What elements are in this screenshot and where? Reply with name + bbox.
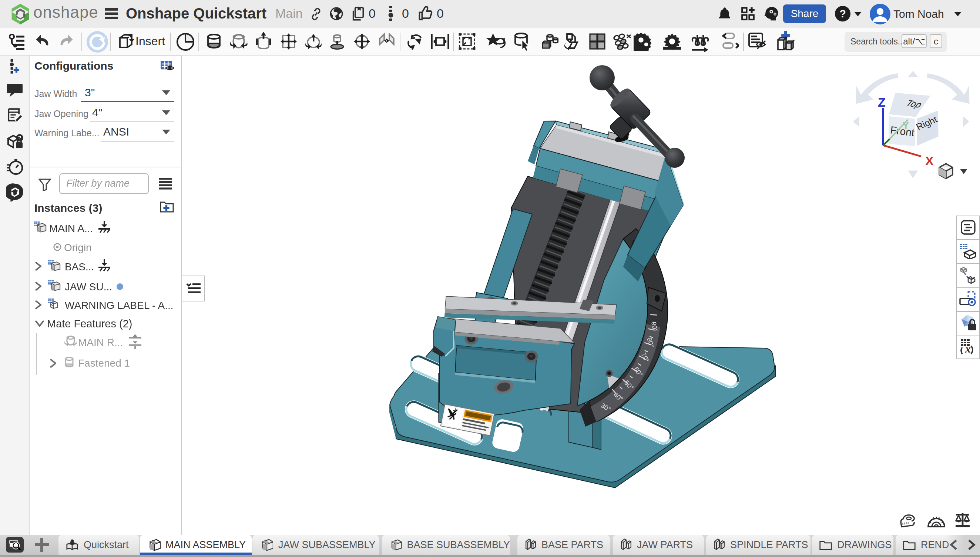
svg-text:Y: Y — [902, 120, 909, 131]
svg-text:x: x — [965, 342, 971, 355]
svg-text:Z: Z — [878, 95, 886, 109]
svg-text:X: X — [925, 154, 934, 168]
